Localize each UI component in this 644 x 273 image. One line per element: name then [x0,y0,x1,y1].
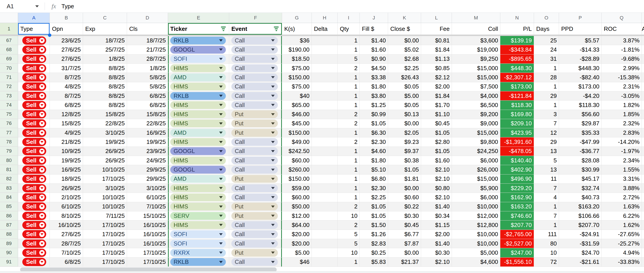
cell-A83[interactable]: Sell [18,184,50,193]
cell-J75[interactable]: $0.99 [360,110,388,119]
cell-K89[interactable]: $7.87 [388,239,421,248]
cell-P83[interactable]: $32.74 [559,184,602,193]
cell-M75[interactable]: $9,200 [452,110,500,119]
cell-J83[interactable]: $2.30 [360,184,388,193]
cell-D68[interactable]: 21/7/25 [127,45,168,54]
cell-A88[interactable]: Sell [18,230,50,239]
cell-I86[interactable]: 10 [338,211,360,220]
cell-G83[interactable]: $59.00 [282,184,312,193]
cell-G88[interactable]: $20.00 [282,230,312,239]
event-dropdown-chip[interactable]: Call [232,147,278,155]
event-dropdown-chip[interactable]: Put [232,129,278,137]
ticker-dropdown-chip[interactable]: HIMS [170,221,226,229]
cell-E78[interactable]: HIMS [168,137,229,146]
cell-I74[interactable]: 1 [338,101,360,109]
cell-A85[interactable]: Sell [18,202,50,211]
cell-F82[interactable]: Put [229,174,282,183]
cell-I82[interactable]: 1 [338,174,360,183]
cell-L1[interactable]: Fee [421,23,452,35]
event-dropdown-chip[interactable]: Call [232,55,278,63]
cell-B70[interactable]: 31/7/25 [50,64,83,73]
cell-J88[interactable]: $1.26 [360,230,388,239]
cell-I89[interactable]: 5 [338,239,360,248]
ticker-dropdown-chip[interactable]: SOFI [170,230,226,238]
cell-P67[interactable]: $5.57 [559,36,602,45]
cell-L82[interactable]: $2.10 [421,174,452,183]
cell-L67[interactable]: $0.81 [421,36,452,45]
cell-H91[interactable] [312,257,338,266]
row-header-81[interactable]: 81 [0,165,18,174]
cell-K73[interactable]: $5.00 [388,91,421,100]
cell-K85[interactable]: $0.22 [388,202,421,211]
cell-K70[interactable]: $2.25 [388,64,421,73]
cell-C87[interactable]: 17/10/25 [83,220,127,229]
cell-C79[interactable]: 26/9/25 [83,147,127,156]
cell-D89[interactable]: 16/10/25 [127,239,168,248]
cell-L76[interactable]: $0.45 [421,119,452,128]
cell-Q88[interactable]: -27.65% [602,230,642,239]
cell-E73[interactable]: RKLB [168,91,229,100]
cell-L79[interactable]: $1.05 [421,147,452,156]
event-dropdown-chip[interactable]: Call [232,64,278,72]
cell-D84[interactable]: 6/10/25 [127,193,168,202]
cell-N73[interactable]: -$121.84 [500,91,534,100]
cell-M72[interactable]: $7,500 [452,82,500,91]
cell-I91[interactable]: 1 [338,257,360,266]
cell-M79[interactable]: $24,250 [452,147,500,156]
cell-O76[interactable]: 7 [534,119,559,128]
cell-M73[interactable]: $4,000 [452,91,500,100]
cell-L91[interactable]: $2.10 [421,257,452,266]
ticker-dropdown-chip[interactable]: RKLB [170,37,226,45]
cell-H86[interactable] [312,211,338,220]
cell-A82[interactable]: Sell [18,174,50,183]
cell-A70[interactable]: Sell [18,64,50,73]
cell-J67[interactable]: $1.40 [360,36,388,45]
cell-Q77[interactable]: 2.83% [602,128,642,137]
cell-N83[interactable]: $229.20 [500,184,534,193]
cell-E76[interactable]: HIMS [168,119,229,128]
filter-icon[interactable] [221,27,226,31]
cell-L88[interactable]: $2.00 [421,230,452,239]
cell-B67[interactable]: 23/6/25 [50,36,83,45]
cell-N70[interactable]: $448.30 [500,64,534,73]
cell-J78[interactable]: $2.30 [360,137,388,146]
cell-B89[interactable]: 28/7/25 [50,239,83,248]
cell-K78[interactable]: $9.23 [388,137,421,146]
cell-P87[interactable]: $207.70 [559,220,602,229]
cell-F70[interactable]: Call [229,64,282,73]
cell-H90[interactable] [312,248,338,257]
type-dropdown-chip[interactable]: Sell [22,239,46,248]
cell-P69[interactable]: -$28.89 [559,55,602,64]
cell-N67[interactable]: $139.19 [500,36,534,45]
cell-H67[interactable] [312,36,338,45]
cell-I75[interactable]: 2 [338,110,360,119]
cell-P72[interactable]: $173.00 [559,82,602,91]
cell-C1[interactable]: Exp [83,23,127,35]
cell-G78[interactable]: $49.00 [282,137,312,146]
cell-F71[interactable]: Call [229,73,282,82]
cell-A89[interactable]: Sell [18,239,50,248]
cell-Q85[interactable]: 1.63% [602,202,642,211]
cell-N74[interactable]: $118.30 [500,101,534,109]
cell-O73[interactable]: 29 [534,91,559,100]
cell-G68[interactable]: $190.00 [282,45,312,54]
event-dropdown-chip[interactable]: Call [232,166,278,174]
row-header-72[interactable]: 72 [0,82,18,91]
ticker-dropdown-chip[interactable]: HIMS [170,64,226,72]
cell-H70[interactable] [312,64,338,73]
cell-P79[interactable]: -$36.77 [559,147,602,156]
cell-I76[interactable]: 2 [338,119,360,128]
cell-P86[interactable]: $106.66 [559,211,602,220]
cell-F78[interactable]: Call [229,137,282,146]
cell-I68[interactable]: 1 [338,45,360,54]
cell-P78[interactable]: -$47.99 [559,137,602,146]
cell-C80[interactable]: 26/9/25 [83,156,127,165]
cell-I69[interactable]: 5 [338,55,360,64]
cell-L72[interactable]: $2.00 [421,82,452,91]
cell-G79[interactable]: $242.50 [282,147,312,156]
cell-D69[interactable]: 28/7/25 [127,55,168,64]
cell-C81[interactable]: 10/10/25 [83,165,127,174]
event-dropdown-chip[interactable]: Put [232,249,278,257]
cell-M84[interactable]: $6,000 [452,193,500,202]
cell-G67[interactable]: $36 [282,36,312,45]
